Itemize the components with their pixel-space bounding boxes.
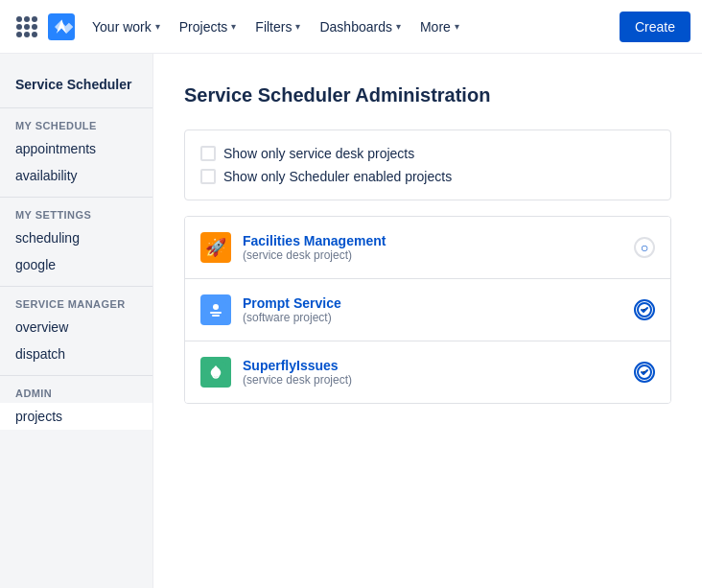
main-content: Service Scheduler Administration Show on…: [153, 54, 702, 588]
nav-your-work[interactable]: Your work ▾: [84, 12, 168, 42]
sidebar-section-admin: ADMIN: [0, 375, 152, 403]
project-type-superfly: (service desk project): [243, 373, 352, 387]
project-toggle-facilities[interactable]: ○: [634, 237, 655, 258]
svg-rect-4: [212, 315, 220, 317]
sidebar-title: Service Scheduler: [0, 69, 152, 100]
project-name-superfly[interactable]: SuperflyIssues: [243, 358, 352, 373]
sidebar-item-overview[interactable]: overview: [0, 314, 152, 341]
nav-dashboards[interactable]: Dashboards ▾: [312, 12, 409, 42]
nav-filters[interactable]: Filters ▾: [247, 12, 308, 42]
filter-row-service-desk: Show only service desk projects: [200, 146, 655, 161]
apps-icon[interactable]: [12, 12, 42, 42]
sidebar-item-scheduling[interactable]: scheduling: [0, 224, 152, 251]
chevron-down-icon: ▾: [396, 21, 401, 32]
nav-projects[interactable]: Projects ▾: [172, 12, 245, 42]
project-icon-superfly: [200, 357, 231, 388]
chevron-down-icon: ▾: [455, 21, 459, 32]
project-left: Prompt Service (software project): [200, 294, 341, 325]
jira-logo[interactable]: [46, 12, 77, 42]
project-list: 🚀 Facilities Management (service desk pr…: [184, 216, 671, 404]
chevron-down-icon: ▾: [155, 21, 160, 32]
circle-icon: ○: [641, 240, 648, 255]
filter-row-scheduler-enabled: Show only Scheduler enabled projects: [200, 169, 655, 184]
project-item-prompt-service: Prompt Service (software project): [185, 279, 670, 341]
project-info-superfly: SuperflyIssues (service desk project): [243, 358, 352, 387]
checkbox-service-desk[interactable]: [200, 146, 216, 161]
project-icon-prompt-service: [200, 294, 231, 325]
checkmark-circle-icon: [637, 302, 652, 318]
filter-label-service-desk[interactable]: Show only service desk projects: [223, 146, 414, 161]
checkbox-scheduler-enabled[interactable]: [200, 169, 216, 184]
sidebar: Service Scheduler MY SCHEDULE appointmen…: [0, 54, 153, 588]
project-toggle-prompt-service[interactable]: [634, 299, 655, 320]
sidebar-section-service-manager: SERVICE MANAGER: [0, 286, 152, 314]
sidebar-item-dispatch[interactable]: dispatch: [0, 341, 152, 367]
project-info-prompt-service: Prompt Service (software project): [243, 295, 341, 324]
top-navigation: Your work ▾ Projects ▾ Filters ▾ Dashboa…: [0, 0, 702, 54]
project-type-facilities: (service desk project): [243, 248, 386, 262]
project-item-facilities: 🚀 Facilities Management (service desk pr…: [185, 217, 670, 279]
project-toggle-superfly[interactable]: [634, 362, 655, 383]
sidebar-item-availability[interactable]: availability: [0, 162, 152, 189]
sidebar-section-my-schedule: MY SCHEDULE: [0, 107, 152, 135]
project-info-facilities: Facilities Management (service desk proj…: [243, 233, 386, 262]
project-left: SuperflyIssues (service desk project): [200, 357, 352, 388]
project-item-superfly: SuperflyIssues (service desk project): [185, 341, 670, 403]
project-left: 🚀 Facilities Management (service desk pr…: [200, 232, 386, 263]
page-title: Service Scheduler Administration: [184, 84, 671, 106]
project-name-prompt-service[interactable]: Prompt Service: [243, 295, 341, 311]
sidebar-item-appointments[interactable]: appointments: [0, 135, 152, 162]
create-button[interactable]: Create: [620, 12, 690, 42]
filter-card: Show only service desk projects Show onl…: [184, 129, 671, 200]
chevron-down-icon: ▾: [295, 21, 300, 32]
sidebar-item-projects[interactable]: projects: [0, 403, 152, 430]
svg-point-2: [213, 304, 219, 310]
filter-label-scheduler-enabled[interactable]: Show only Scheduler enabled projects: [223, 169, 452, 184]
sidebar-section-my-settings: MY SETTINGS: [0, 197, 152, 224]
project-icon-facilities: 🚀: [200, 232, 231, 263]
nav-more[interactable]: More ▾: [412, 12, 467, 42]
chevron-down-icon: ▾: [231, 21, 236, 32]
project-name-facilities[interactable]: Facilities Management: [243, 233, 386, 248]
checkmark-circle-icon: [637, 365, 652, 380]
svg-rect-3: [210, 312, 222, 314]
sidebar-item-google[interactable]: google: [0, 251, 152, 278]
project-type-prompt-service: (software project): [243, 311, 341, 324]
